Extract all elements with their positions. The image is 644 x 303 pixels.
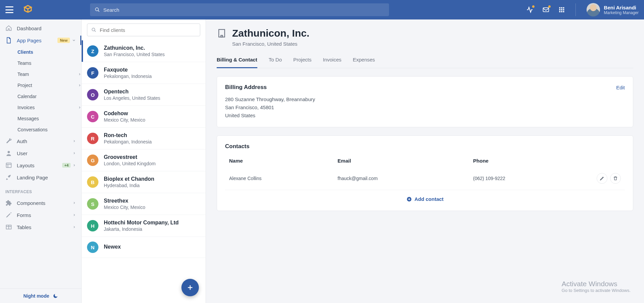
svg-line-20 bbox=[94, 31, 96, 32]
client-name: Hottechi Motor Company, Ltd bbox=[104, 220, 179, 226]
client-name: Groovestreet bbox=[104, 154, 156, 160]
client-avatar: G bbox=[87, 155, 98, 166]
chevron-right-icon bbox=[73, 213, 76, 217]
client-name: Faxquote bbox=[104, 67, 152, 73]
global-search-input[interactable] bbox=[103, 7, 384, 13]
svg-rect-10 bbox=[561, 11, 562, 12]
address-line: San Francisco, 45801 bbox=[225, 103, 625, 112]
sidebar-item-components[interactable]: Components bbox=[0, 197, 81, 209]
sidebar-item-forms[interactable]: Forms bbox=[0, 209, 81, 221]
client-location: San Francisco, United States bbox=[104, 52, 165, 57]
chevron-right-icon bbox=[73, 164, 76, 167]
sidebar-sub-invoices[interactable]: Invoices bbox=[0, 102, 81, 113]
chevron-down-icon bbox=[72, 38, 76, 42]
svg-rect-9 bbox=[559, 11, 560, 12]
edit-billing-link[interactable]: Edit bbox=[616, 85, 625, 90]
client-avatar: F bbox=[87, 67, 98, 79]
client-avatar: Z bbox=[87, 45, 98, 57]
rocket-icon bbox=[5, 174, 12, 181]
svg-point-0 bbox=[95, 8, 98, 11]
sidebar-sub-project[interactable]: Project bbox=[0, 80, 81, 91]
svg-point-12 bbox=[8, 151, 10, 153]
global-search[interactable] bbox=[90, 3, 389, 16]
activity-icon[interactable] bbox=[526, 6, 533, 13]
tab-todo[interactable]: To Do bbox=[269, 57, 282, 68]
svg-rect-7 bbox=[561, 9, 562, 10]
contacts-title: Contacts bbox=[225, 143, 250, 150]
svg-rect-13 bbox=[6, 163, 11, 167]
client-location: Mexico City, Mexico bbox=[104, 117, 145, 123]
client-list-item[interactable]: G Groovestreet London, United Kingdom bbox=[82, 149, 206, 171]
client-list-item[interactable]: Z Zathunicon, Inc. San Francisco, United… bbox=[82, 40, 206, 62]
client-search-input[interactable] bbox=[100, 27, 196, 33]
sidebar-section-interfaces: INTERFACES bbox=[0, 183, 81, 197]
client-list-item[interactable]: B Bioplex et Chandon Hyderabad, India bbox=[82, 171, 206, 193]
tab-projects[interactable]: Projects bbox=[293, 57, 311, 68]
client-search[interactable] bbox=[87, 24, 200, 36]
night-mode-toggle[interactable]: Night mode bbox=[0, 288, 81, 303]
client-location: Jakarta, Indonesia bbox=[104, 226, 179, 232]
mail-icon[interactable] bbox=[543, 6, 549, 13]
user-icon bbox=[5, 150, 12, 157]
client-list-item[interactable]: S Streethex Mexico City, Mexico bbox=[82, 193, 206, 215]
building-icon bbox=[217, 28, 227, 38]
delete-contact-button[interactable] bbox=[610, 173, 621, 184]
contact-row: Alexane Collins fhauck@gmail.com (062) 1… bbox=[225, 167, 625, 190]
svg-point-19 bbox=[92, 28, 95, 31]
chevron-right-icon bbox=[78, 73, 81, 76]
client-name: Codehow bbox=[104, 111, 145, 117]
client-list-item[interactable]: C Codehow Mexico City, Mexico bbox=[82, 106, 206, 128]
header-divider bbox=[575, 3, 576, 16]
client-list-item[interactable]: F Faxquote Pekalongan, Indonesia bbox=[82, 62, 206, 84]
detail-tabs: Billing & Contact To Do Projects Invoice… bbox=[217, 57, 633, 68]
svg-rect-8 bbox=[563, 9, 564, 10]
sidebar-sub-messages[interactable]: Messages bbox=[0, 113, 81, 124]
client-list-item[interactable]: R Ron-tech Pekalongan, Indonesia bbox=[82, 128, 206, 149]
address-line: 280 Suzanne Throughway, Breannabury bbox=[225, 95, 625, 103]
client-list-item[interactable]: O Opentech Los Angeles, United States bbox=[82, 84, 206, 106]
sidebar-item-tables[interactable]: Tables bbox=[0, 221, 81, 233]
client-list-panel: Z Zathunicon, Inc. San Francisco, United… bbox=[82, 19, 206, 303]
contact-name: Alexane Collins bbox=[229, 176, 338, 181]
chevron-right-icon bbox=[73, 201, 76, 205]
client-avatar: R bbox=[87, 133, 98, 144]
sidebar-item-landing[interactable]: Landing Page bbox=[0, 171, 81, 183]
svg-rect-11 bbox=[563, 11, 564, 12]
client-avatar: S bbox=[87, 198, 98, 210]
tab-expenses[interactable]: Expenses bbox=[353, 57, 375, 68]
user-name: Beni Arisandi bbox=[604, 5, 639, 10]
sidebar-item-app-pages[interactable]: App Pages New bbox=[0, 34, 81, 46]
sidebar-item-auth[interactable]: Auth bbox=[0, 135, 81, 147]
client-list-item[interactable]: N Newex bbox=[82, 237, 206, 258]
sidebar-sub-clients[interactable]: Clients bbox=[0, 46, 81, 57]
plus-circle-icon bbox=[406, 197, 412, 202]
hamburger-icon[interactable] bbox=[5, 6, 13, 13]
svg-rect-5 bbox=[563, 7, 564, 9]
sidebar-sub-teams[interactable]: Teams bbox=[0, 57, 81, 69]
table-icon bbox=[5, 224, 12, 230]
sidebar-item-dashboard[interactable]: Dashboard bbox=[0, 22, 81, 34]
chevron-right-icon bbox=[73, 225, 76, 229]
avatar bbox=[587, 3, 600, 16]
apps-grid-icon[interactable] bbox=[559, 7, 565, 13]
tab-billing[interactable]: Billing & Contact bbox=[217, 57, 257, 68]
sidebar-item-layouts[interactable]: Layouts +4 bbox=[0, 159, 81, 171]
client-list-item[interactable]: H Hottechi Motor Company, Ltd Jakarta, I… bbox=[82, 215, 206, 237]
edit-contact-button[interactable] bbox=[597, 173, 607, 184]
client-location: Pekalongan, Indonesia bbox=[104, 139, 152, 144]
sidebar-sub-calendar[interactable]: Calendar bbox=[0, 91, 81, 102]
search-icon bbox=[91, 27, 96, 33]
svg-line-1 bbox=[98, 10, 99, 12]
contact-phone: (062) 109-9222 bbox=[473, 176, 591, 181]
client-avatar: N bbox=[87, 242, 98, 253]
user-menu[interactable]: Beni Arisandi Marketing Manager bbox=[587, 3, 639, 16]
tab-invoices[interactable]: Invoices bbox=[323, 57, 341, 68]
svg-rect-23 bbox=[219, 30, 225, 37]
add-contact-button[interactable]: Add contact bbox=[225, 190, 625, 203]
add-client-fab[interactable] bbox=[181, 279, 199, 296]
sidebar-item-user[interactable]: User bbox=[0, 147, 81, 159]
svg-rect-3 bbox=[559, 7, 560, 9]
sidebar-sub-conversations[interactable]: Conversations bbox=[0, 124, 81, 135]
sidebar-sub-team[interactable]: Team bbox=[0, 69, 81, 80]
chevron-right-icon bbox=[73, 139, 76, 143]
